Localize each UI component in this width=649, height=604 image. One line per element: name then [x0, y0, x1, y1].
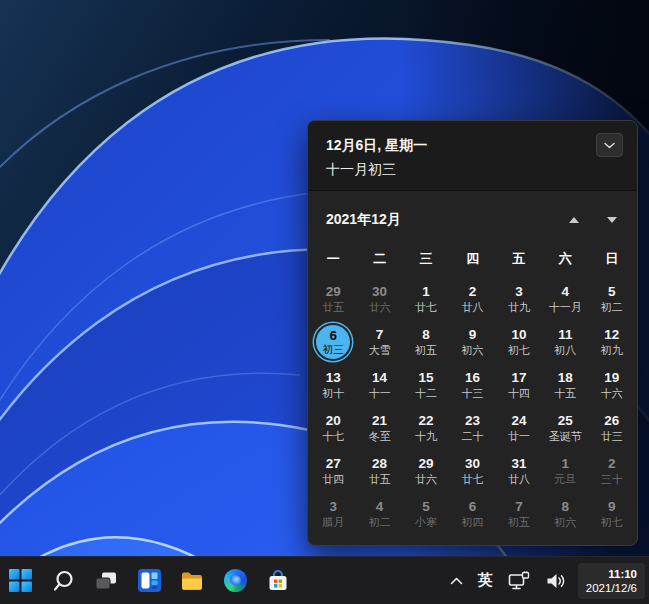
- calendar-day[interactable]: 7初五: [496, 492, 542, 535]
- day-lunar-label: 廿六: [369, 300, 391, 314]
- start-button[interactable]: [1, 559, 39, 603]
- calendar-day-content: 27廿四: [322, 456, 344, 486]
- calendar-day-content: 22十九: [415, 413, 437, 443]
- previous-month-button[interactable]: [559, 205, 589, 235]
- calendar-day[interactable]: 17十四: [496, 363, 542, 406]
- widgets-button[interactable]: [130, 559, 168, 603]
- calendar-day[interactable]: 31廿八: [496, 449, 542, 492]
- day-lunar-label: 初五: [415, 343, 437, 357]
- day-lunar-label: 初七: [508, 343, 530, 357]
- task-view-button[interactable]: [87, 559, 125, 603]
- calendar-day[interactable]: 20十七: [310, 406, 356, 449]
- day-number: 15: [415, 370, 437, 386]
- search-button[interactable]: [44, 559, 82, 603]
- calendar-day[interactable]: 24廿一: [496, 406, 542, 449]
- volume-button[interactable]: [542, 561, 569, 601]
- calendar-day-content: 10初七: [508, 327, 530, 357]
- calendar-day[interactable]: 2三十: [589, 449, 635, 492]
- calendar-day[interactable]: 1廿七: [403, 277, 449, 320]
- clock[interactable]: 11:10 2021/12/6: [578, 563, 645, 599]
- calendar-day[interactable]: 26廿三: [589, 406, 635, 449]
- calendar-day[interactable]: 30廿七: [449, 449, 495, 492]
- day-lunar-label: 初五: [508, 515, 530, 529]
- calendar-day[interactable]: 6初四: [449, 492, 495, 535]
- folder-icon: [180, 569, 204, 593]
- day-lunar-label: 元旦: [554, 472, 576, 486]
- calendar-day[interactable]: 8初六: [542, 492, 588, 535]
- day-lunar-label: 廿五: [369, 472, 391, 486]
- next-month-button[interactable]: [597, 205, 627, 235]
- calendar-day[interactable]: 18十五: [542, 363, 588, 406]
- day-lunar-label: 十三: [461, 386, 483, 400]
- weekday-label: 日: [589, 245, 635, 273]
- calendar-day[interactable]: 8初五: [403, 320, 449, 363]
- hidden-icons-button[interactable]: [447, 561, 466, 601]
- calendar-day[interactable]: 15十二: [403, 363, 449, 406]
- day-lunar-label: 廿三: [601, 429, 623, 443]
- calendar-day-content: 30廿六: [369, 284, 391, 314]
- weekday-label: 六: [542, 245, 588, 273]
- calendar-day[interactable]: 3腊月: [310, 492, 356, 535]
- calendar-day-selected[interactable]: 6初三: [310, 320, 356, 363]
- calendar-day[interactable]: 28廿五: [356, 449, 402, 492]
- calendar-collapse-button[interactable]: [596, 133, 623, 157]
- weekday-label: 三: [403, 245, 449, 273]
- ime-indicator[interactable]: 英: [475, 561, 496, 601]
- calendar-day-content: 1廿七: [415, 284, 437, 314]
- calendar-day-content: 24廿一: [508, 413, 530, 443]
- calendar-day[interactable]: 4初二: [356, 492, 402, 535]
- day-number: 4: [549, 284, 582, 300]
- file-explorer-button[interactable]: [173, 559, 211, 603]
- day-lunar-label: 廿九: [508, 300, 530, 314]
- calendar-day[interactable]: 9初六: [449, 320, 495, 363]
- calendar-day-content: 5初二: [601, 284, 623, 314]
- triangle-down-icon: [607, 217, 617, 223]
- calendar-day[interactable]: 12初九: [589, 320, 635, 363]
- calendar-month-row: 2021年12月: [310, 203, 635, 237]
- calendar-day-content: 25圣诞节: [549, 413, 582, 443]
- calendar-day-content: 9初六: [461, 327, 483, 357]
- calendar-day[interactable]: 9初七: [589, 492, 635, 535]
- day-number: 3: [322, 499, 344, 515]
- edge-button[interactable]: [216, 559, 254, 603]
- calendar-day[interactable]: 5初二: [589, 277, 635, 320]
- calendar-day-content: 9初七: [601, 499, 623, 529]
- calendar-day[interactable]: 3廿九: [496, 277, 542, 320]
- calendar-day[interactable]: 16十三: [449, 363, 495, 406]
- month-label: 2021年12月: [326, 211, 559, 229]
- triangle-up-icon: [569, 217, 579, 223]
- calendar-day[interactable]: 27廿四: [310, 449, 356, 492]
- weekday-label: 一: [310, 245, 356, 273]
- day-lunar-label: 廿七: [461, 472, 483, 486]
- calendar-day[interactable]: 5小寒: [403, 492, 449, 535]
- calendar-day[interactable]: 11初八: [542, 320, 588, 363]
- calendar-date-text: 12月6日, 星期一: [326, 134, 619, 156]
- calendar-day[interactable]: 1元旦: [542, 449, 588, 492]
- network-button[interactable]: [505, 561, 533, 601]
- calendar-day[interactable]: 13初十: [310, 363, 356, 406]
- day-lunar-label: 初四: [461, 515, 483, 529]
- day-lunar-label: 初十: [322, 386, 344, 400]
- calendar-day-content: 3腊月: [322, 499, 344, 529]
- calendar-day[interactable]: 7大雪: [356, 320, 402, 363]
- day-lunar-label: 二十: [461, 429, 483, 443]
- calendar-day[interactable]: 4十一月: [542, 277, 588, 320]
- day-lunar-label: 初二: [369, 515, 391, 529]
- calendar-day[interactable]: 19十六: [589, 363, 635, 406]
- calendar-day[interactable]: 22十九: [403, 406, 449, 449]
- day-number: 21: [369, 413, 391, 429]
- calendar-day[interactable]: 23二十: [449, 406, 495, 449]
- calendar-day[interactable]: 29廿五: [310, 277, 356, 320]
- calendar-day-content: 8初六: [554, 499, 576, 529]
- calendar-day[interactable]: 29廿六: [403, 449, 449, 492]
- day-number: 4: [369, 499, 391, 515]
- day-number: 2: [461, 284, 483, 300]
- store-button[interactable]: [259, 559, 297, 603]
- calendar-day[interactable]: 25圣诞节: [542, 406, 588, 449]
- calendar-day[interactable]: 10初七: [496, 320, 542, 363]
- calendar-day[interactable]: 2廿八: [449, 277, 495, 320]
- calendar-day[interactable]: 14十一: [356, 363, 402, 406]
- day-number: 28: [369, 456, 391, 472]
- calendar-day[interactable]: 30廿六: [356, 277, 402, 320]
- calendar-day[interactable]: 21冬至: [356, 406, 402, 449]
